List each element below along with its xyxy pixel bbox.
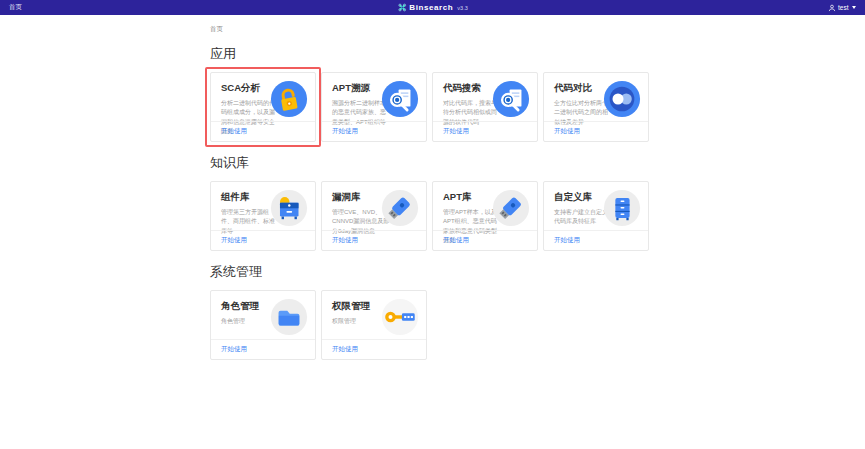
card-apt-tracing[interactable]: APT溯源溯源分析二进制样本的恶意代码家族、恶意类型、APT组织等 开始使用	[321, 72, 427, 142]
compare-icon	[603, 80, 641, 118]
card-footer: 开始使用	[211, 121, 315, 141]
section-title: 系统管理	[210, 263, 865, 281]
user-icon	[828, 4, 836, 12]
card-description: 支持客户建立自定义代码库及特征库	[544, 204, 612, 227]
brand-title: Binsearch	[409, 3, 453, 12]
card-footer: 开始使用	[544, 121, 648, 141]
card-footer: 开始使用	[211, 230, 315, 250]
chevron-down-icon	[852, 6, 856, 9]
folder-icon	[270, 298, 308, 336]
key-icon	[381, 298, 419, 336]
card-vulnerability-library[interactable]: 漏洞库管理CVE、NVD、CNNVD漏洞信息及部分0day漏洞信息 开始使用	[321, 181, 427, 251]
card-description: 角色管理	[211, 313, 279, 326]
username: test	[838, 4, 848, 11]
start-using-link[interactable]: 开始使用	[443, 236, 469, 245]
search-document-icon	[381, 80, 419, 118]
start-using-link[interactable]: 开始使用	[332, 345, 358, 354]
usb-drive-icon	[381, 189, 419, 227]
card-code-search[interactable]: 代码搜索对比代码库，搜索与待分析代码相似或同源的软件代码 开始使用	[432, 72, 538, 142]
start-using-link[interactable]: 开始使用	[221, 236, 247, 245]
start-using-link[interactable]: 开始使用	[443, 127, 469, 136]
card-apt-library[interactable]: APT库管理APT样本，以及APT组织、恶意代码家族和恶意代码类型信息 开始使用	[432, 181, 538, 251]
card-sca-analysis[interactable]: SCA分析分析二进制代码的代码组成成分，以及漏洞和信息泄露等安全隐患 开始使用	[210, 72, 316, 142]
nav-home-link[interactable]: 首页	[9, 3, 22, 12]
card-footer: 开始使用	[322, 230, 426, 250]
lock-icon	[270, 80, 308, 118]
section-title: 应用	[210, 45, 865, 63]
card-footer: 开始使用	[433, 230, 537, 250]
top-header: 首页 Binsearch v3.3 test	[0, 0, 865, 15]
card-row: SCA分析分析二进制代码的代码组成成分，以及漏洞和信息泄露等安全隐患 开始使用A…	[210, 72, 865, 142]
card-code-compare[interactable]: 代码对比全方位比对分析两个二进制代码之间的相似性及差异 开始使用	[543, 72, 649, 142]
start-using-link[interactable]: 开始使用	[332, 127, 358, 136]
card-footer: 开始使用	[211, 339, 315, 359]
start-using-link[interactable]: 开始使用	[332, 236, 358, 245]
start-using-link[interactable]: 开始使用	[554, 127, 580, 136]
card-footer: 开始使用	[322, 121, 426, 141]
card-row: 组件库管理第三方开源组件、商用组件、标准库等 开始使用漏洞库管理CVE、NVD、…	[210, 181, 865, 251]
sections-container: 应用SCA分析分析二进制代码的代码组成成分，以及漏洞和信息泄露等安全隐患 开始使…	[210, 45, 865, 360]
card-role-management[interactable]: 角色管理角色管理 开始使用	[210, 290, 316, 360]
card-footer: 开始使用	[433, 121, 537, 141]
start-using-link[interactable]: 开始使用	[221, 127, 247, 136]
drawer-icon	[603, 189, 641, 227]
cabinet-icon	[270, 189, 308, 227]
card-description: 权限管理	[322, 313, 390, 326]
brand-version: v3.3	[457, 5, 467, 11]
binsearch-logo-icon	[397, 3, 406, 12]
search-document-icon	[492, 80, 530, 118]
section-title: 知识库	[210, 154, 865, 172]
card-custom-library[interactable]: 自定义库支持客户建立自定义代码库及特征库 开始使用	[543, 181, 649, 251]
card-permission-management[interactable]: 权限管理权限管理 开始使用	[321, 290, 427, 360]
start-using-link[interactable]: 开始使用	[221, 345, 247, 354]
card-row: 角色管理角色管理 开始使用权限管理权限管理 开始使用	[210, 290, 865, 360]
card-component-library[interactable]: 组件库管理第三方开源组件、商用组件、标准库等 开始使用	[210, 181, 316, 251]
usb-drive-icon	[492, 189, 530, 227]
card-footer: 开始使用	[544, 230, 648, 250]
brand: Binsearch v3.3	[397, 0, 468, 15]
breadcrumb[interactable]: 首页	[210, 25, 865, 34]
start-using-link[interactable]: 开始使用	[554, 236, 580, 245]
user-menu[interactable]: test	[828, 4, 856, 12]
card-footer: 开始使用	[322, 339, 426, 359]
main-content: 首页 应用SCA分析分析二进制代码的代码组成成分，以及漏洞和信息泄露等安全隐患 …	[0, 15, 865, 360]
